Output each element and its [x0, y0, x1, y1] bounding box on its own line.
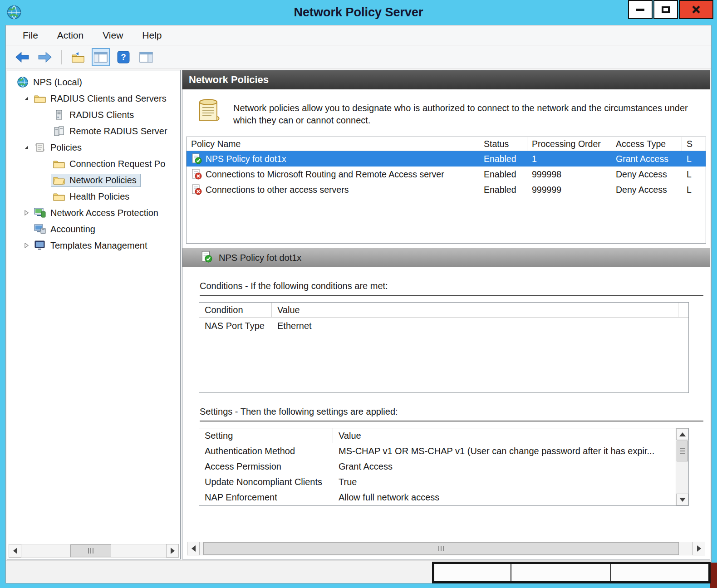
- policy-row[interactable]: Connections to other access servers Enab…: [187, 182, 706, 197]
- column-header-source[interactable]: S: [682, 137, 706, 151]
- column-header-value[interactable]: Value: [272, 303, 678, 317]
- column-header-policy-name[interactable]: Policy Name: [187, 137, 479, 151]
- forward-button[interactable]: [36, 48, 54, 66]
- column-header-access-type[interactable]: Access Type: [611, 137, 682, 151]
- setting-row[interactable]: Update Noncompliant Clients True: [199, 474, 676, 490]
- back-button[interactable]: [13, 48, 31, 66]
- scrollbar-thumb[interactable]: [70, 544, 111, 557]
- settings-vertical-scrollbar[interactable]: [676, 428, 688, 505]
- section-divider: [200, 295, 703, 296]
- forward-icon: [38, 51, 52, 63]
- folder-arrow-icon: [71, 51, 85, 63]
- policy-status: Enabled: [479, 154, 527, 164]
- scroll-right-button[interactable]: [166, 544, 179, 558]
- menu-view[interactable]: View: [93, 30, 133, 41]
- scroll-down-button[interactable]: [676, 494, 688, 505]
- setting-value: MS-CHAP v1 OR MS-CHAP v1 (User can chang…: [333, 446, 676, 456]
- tree-horizontal-scrollbar[interactable]: [9, 544, 179, 558]
- policy-name: Connections to other access servers: [206, 185, 349, 195]
- sidebar-item-network-access-protection[interactable]: Network Access Protection: [7, 205, 180, 221]
- policy-order: 1: [527, 154, 611, 164]
- sidebar-item-network-policies[interactable]: Network Policies: [7, 172, 180, 188]
- sidebar-item-policies[interactable]: Policies: [7, 139, 180, 156]
- screen-artifact-box: [432, 562, 711, 583]
- column-header-condition[interactable]: Condition: [199, 303, 272, 317]
- folder-icon: [33, 94, 47, 103]
- column-header-processing-order[interactable]: Processing Order: [527, 137, 611, 151]
- condition-row[interactable]: NAS Port Type Ethernet: [199, 318, 688, 334]
- show-action-pane-button[interactable]: [137, 48, 155, 66]
- sidebar-item-label: Templates Management: [50, 240, 147, 251]
- show-console-tree-button[interactable]: [92, 48, 110, 66]
- conditions-table-header: Condition Value: [199, 303, 688, 318]
- toolbar-separator: [61, 50, 62, 64]
- policy-denied-icon: [191, 169, 202, 180]
- expand-collapse-icon[interactable]: [21, 210, 32, 216]
- minimize-button[interactable]: [628, 0, 653, 19]
- conditions-section-title: Conditions - If the following conditions…: [200, 281, 710, 291]
- scroll-up-button[interactable]: [676, 428, 688, 440]
- scroll-right-button[interactable]: [692, 542, 705, 555]
- artifact-divider: [511, 564, 511, 581]
- column-header-value[interactable]: Value: [333, 428, 676, 443]
- menu-file[interactable]: File: [13, 30, 48, 41]
- sidebar-item-label: Health Policies: [69, 191, 129, 202]
- close-button[interactable]: [679, 0, 713, 19]
- main-horizontal-scrollbar[interactable]: [187, 542, 705, 555]
- expand-collapse-icon[interactable]: [21, 243, 32, 248]
- globe-icon: [16, 76, 29, 88]
- scrollbar-track[interactable]: [200, 542, 692, 555]
- setting-row[interactable]: Access Permission Grant Access: [199, 459, 676, 474]
- svg-text:?: ?: [121, 52, 126, 62]
- menu-action[interactable]: Action: [48, 30, 93, 41]
- sidebar-item-label: Accounting: [50, 224, 95, 235]
- column-header-status[interactable]: Status: [479, 137, 527, 151]
- menubar: File Action View Help: [6, 25, 711, 45]
- scroll-right-icon: [171, 548, 175, 554]
- expand-collapse-icon[interactable]: [21, 145, 32, 150]
- sidebar-item-templates-management[interactable]: Templates Management: [7, 237, 180, 254]
- conditions-table: Condition Value NAS Port Type Ethernet: [199, 302, 689, 393]
- sidebar-item-nps-local[interactable]: NPS (Local): [7, 74, 180, 90]
- scrollbar-thumb[interactable]: [677, 441, 688, 461]
- setting-value: Allow full network access: [333, 492, 676, 503]
- sidebar-item-label: NPS (Local): [33, 77, 82, 88]
- maximize-button[interactable]: [653, 0, 678, 19]
- artifact-divider: [610, 564, 611, 581]
- scroll-left-button[interactable]: [187, 542, 200, 555]
- scrollbar-thumb[interactable]: [203, 542, 679, 555]
- sidebar-item-accounting[interactable]: Accounting: [7, 221, 180, 237]
- description-block: Network policies allow you to designate …: [182, 89, 710, 133]
- settings-table-header: Setting Value: [199, 428, 676, 443]
- policy-access-type: Deny Access: [611, 185, 682, 195]
- scroll-up-icon: [679, 432, 686, 436]
- column-header-setting[interactable]: Setting: [199, 428, 333, 443]
- scroll-left-icon: [13, 548, 17, 554]
- scrollbar-track[interactable]: [676, 462, 688, 494]
- sidebar-item-radius-clients-and-servers[interactable]: RADIUS Clients and Servers: [7, 90, 180, 107]
- sidebar-item-label: RADIUS Clients: [69, 110, 134, 120]
- expand-collapse-icon[interactable]: [21, 96, 32, 101]
- policy-name: NPS Policy fot dot1x: [206, 154, 286, 164]
- setting-row[interactable]: Authentication Method MS-CHAP v1 OR MS-C…: [199, 443, 676, 459]
- policy-row[interactable]: NPS Policy fot dot1x Enabled 1 Grant Acc…: [187, 151, 706, 167]
- scroll-document-icon: [196, 98, 221, 126]
- export-list-button[interactable]: [69, 48, 87, 66]
- policy-access-type: Deny Access: [611, 169, 682, 180]
- toolbar: ?: [6, 45, 711, 69]
- folder-icon: [52, 192, 66, 201]
- setting-row[interactable]: NAP Enforcement Allow full network acces…: [199, 490, 676, 505]
- policy-row[interactable]: Connections to Microsoft Routing and Rem…: [187, 167, 706, 182]
- sidebar-item-connection-request-policies[interactable]: Connection Request Po: [7, 156, 180, 172]
- scroll-left-button[interactable]: [9, 544, 21, 558]
- sidebar-item-remote-radius-server[interactable]: Remote RADIUS Server: [7, 123, 180, 139]
- condition-value: Ethernet: [272, 321, 688, 331]
- scrollbar-track[interactable]: [21, 544, 166, 558]
- sidebar-item-health-policies[interactable]: Health Policies: [7, 188, 180, 205]
- console-tree-panel: NPS (Local) RADIUS Clients and Servers R…: [7, 70, 181, 559]
- help-button[interactable]: ?: [114, 48, 133, 66]
- policy-order: 999999: [527, 185, 611, 195]
- setting-name: Access Permission: [199, 461, 333, 472]
- menu-help[interactable]: Help: [133, 30, 171, 41]
- sidebar-item-radius-clients[interactable]: RADIUS Clients: [7, 107, 180, 123]
